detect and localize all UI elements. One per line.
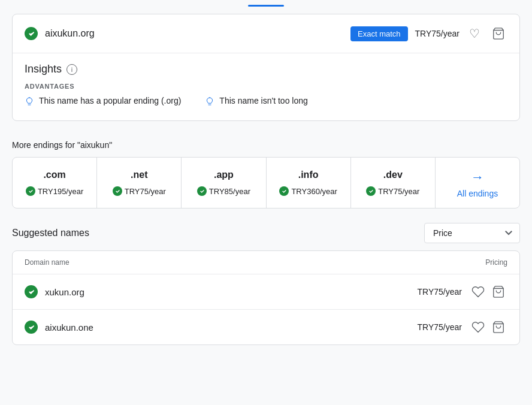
ending-dev[interactable]: .dev TRY75/year [351, 158, 436, 208]
row-check-icon-1 [25, 285, 38, 298]
row-price-1: TRY75/year [414, 287, 462, 297]
all-endings-cell[interactable]: → All endings [436, 158, 519, 208]
top-progress-bar [12, 0, 520, 7]
price-dev: TRY75/year [378, 187, 419, 196]
insights-title: Insights [25, 63, 62, 75]
check-com [26, 186, 35, 196]
bulb-icon-2 [205, 96, 214, 108]
ending-ext-info: .info [274, 170, 343, 180]
ending-com[interactable]: .com TRY195/year [13, 158, 97, 208]
suggested-header: Suggested names Price Relevance Alphabet… [12, 223, 520, 243]
advantage-item-2: This name isn't too long [205, 96, 307, 108]
ending-price-row-app: TRY85/year [189, 186, 258, 196]
advantages-label: ADVANTAGES [25, 83, 507, 90]
info-icon[interactable]: i [66, 64, 77, 75]
row-price-2: TRY75/year [414, 322, 462, 332]
sort-select[interactable]: Price Relevance Alphabetical [424, 223, 520, 243]
row-cart-button-1[interactable] [489, 283, 507, 301]
table-header: Domain name Pricing [13, 251, 519, 274]
check-app [197, 186, 207, 196]
row-domain-name-1: xukun.org [45, 287, 407, 297]
ending-ext-com: .com [20, 170, 89, 180]
result-price: TRY75/year [415, 29, 460, 38]
ending-net[interactable]: .net TRY75/year [97, 158, 182, 208]
ending-app[interactable]: .app TRY85/year [182, 158, 266, 208]
progress-indicator [248, 5, 284, 7]
exact-match-badge[interactable]: Exact match [350, 26, 408, 41]
suggested-names-section: Suggested names Price Relevance Alphabet… [12, 223, 520, 345]
ending-price-row-info: TRY360/year [274, 186, 343, 196]
ending-info[interactable]: .info TRY360/year [267, 158, 351, 208]
row-wishlist-button-1[interactable] [469, 283, 487, 301]
cart-icon-1 [492, 285, 505, 298]
svg-point-3 [113, 186, 122, 196]
ending-ext-net: .net [104, 170, 174, 180]
svg-point-6 [366, 186, 376, 196]
check-info [279, 186, 289, 196]
wishlist-button[interactable]: ♡ [467, 24, 482, 43]
ending-price-row-dev: TRY75/year [358, 186, 428, 196]
domain-name: aixukun.org [45, 28, 343, 39]
arrow-icon: → [471, 170, 484, 185]
more-endings-label: More endings for "aixukun" [12, 131, 520, 157]
row-check-icon-2 [25, 321, 38, 334]
svg-point-5 [279, 186, 289, 196]
price-com: TRY195/year [38, 187, 83, 196]
suggested-names-label: Suggested names [12, 228, 89, 238]
cart-icon-2 [492, 321, 505, 334]
table-row: aixukun.one TRY75/year [13, 310, 519, 344]
col-header-pricing: Pricing [388, 258, 507, 267]
advantage-text-2: This name isn't too long [219, 96, 307, 105]
svg-point-2 [26, 186, 35, 196]
price-info: TRY360/year [291, 187, 337, 196]
bulb-icon-1 [25, 96, 34, 108]
svg-point-4 [197, 186, 207, 196]
result-header: aixukun.org Exact match TRY75/year ♡ [13, 14, 519, 53]
price-app: TRY85/year [209, 187, 250, 196]
advantages-list: This name has a popular ending (.org) Th… [25, 96, 507, 108]
advantage-text-1: This name has a popular ending (.org) [39, 96, 181, 105]
more-endings-section: More endings for "aixukun" .com TRY195/y… [12, 131, 520, 208]
check-dev [366, 186, 376, 196]
heart-icon-1 [471, 285, 485, 298]
row-actions-1 [469, 283, 507, 301]
row-actions-2 [469, 318, 507, 336]
domain-table: Domain name Pricing xukun.org TRY75/year [12, 250, 520, 345]
col-header-domain: Domain name [25, 258, 388, 267]
endings-grid: .com TRY195/year .net TRY75/year .app [12, 157, 520, 208]
cart-icon [492, 27, 505, 40]
ending-ext-dev: .dev [358, 170, 428, 180]
check-icon [25, 27, 38, 40]
insights-section: Insights i ADVANTAGES This name has a po… [13, 53, 519, 120]
ending-price-row-com: TRY195/year [20, 186, 89, 196]
result-card: aixukun.org Exact match TRY75/year ♡ Ins… [12, 14, 520, 121]
heart-icon-2 [471, 321, 485, 334]
check-net [113, 186, 122, 196]
advantage-item-1: This name has a popular ending (.org) [25, 96, 181, 108]
row-cart-button-2[interactable] [489, 318, 507, 336]
row-wishlist-button-2[interactable] [469, 318, 487, 336]
price-net: TRY75/year [125, 187, 166, 196]
all-endings-label: All endings [457, 189, 498, 198]
ending-ext-app: .app [189, 170, 258, 180]
row-domain-name-2: aixukun.one [45, 322, 407, 333]
ending-price-row-net: TRY75/year [104, 186, 174, 196]
table-row: xukun.org TRY75/year [13, 274, 519, 310]
heart-icon: ♡ [469, 26, 480, 41]
insights-header: Insights i [25, 63, 507, 75]
add-to-cart-button[interactable] [489, 25, 507, 43]
